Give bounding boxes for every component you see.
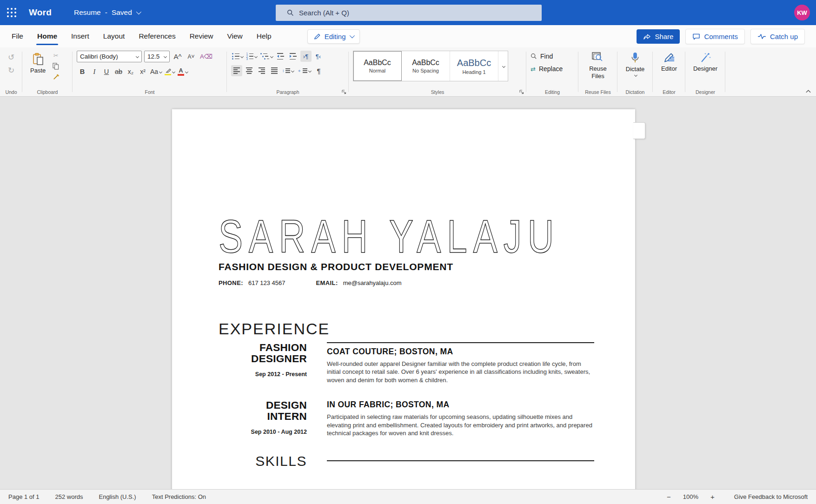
comments-button[interactable]: Comments bbox=[685, 29, 745, 44]
reuse-files-button[interactable]: Reuse Files bbox=[584, 51, 612, 81]
tab-view[interactable]: View bbox=[220, 25, 249, 47]
replace-button[interactable]: ⇄ Replace bbox=[531, 65, 563, 73]
strikethrough-button[interactable]: ab bbox=[113, 66, 124, 77]
contact-line: PHONE: 617 123 4567 EMAIL: me@sarahyalaj… bbox=[219, 279, 594, 286]
subscript-button[interactable]: x₂ bbox=[125, 66, 136, 77]
group-editor: Editor Editor bbox=[653, 47, 685, 96]
document-title-menu[interactable]: Resume - Saved bbox=[74, 8, 140, 17]
style-no-spacing[interactable]: AaBbCc No Spacing bbox=[402, 51, 450, 81]
experience-entry-1: FASHION DESIGNER Sep 2012 - Present COAT… bbox=[219, 342, 594, 384]
align-right-button[interactable] bbox=[256, 65, 267, 76]
search-icon bbox=[287, 9, 294, 16]
job-description: Well-rounded outer apparel Designer fami… bbox=[327, 360, 594, 384]
skills-heading: SKILLS bbox=[219, 453, 307, 470]
tab-references[interactable]: References bbox=[132, 25, 182, 47]
magic-wand-icon bbox=[699, 52, 711, 64]
numbered-list-button[interactable]: 1 2 3 bbox=[245, 51, 259, 62]
font-size-dropdown[interactable]: 12.5 bbox=[144, 51, 170, 62]
zoom-level[interactable]: 100% bbox=[683, 493, 698, 500]
font-name-dropdown[interactable]: Calibri (Body) bbox=[77, 51, 142, 62]
copy-icon[interactable] bbox=[50, 61, 61, 71]
group-font: Calibri (Body) 12.5 A^ A˅ A⌫ B I U ab x₂… bbox=[73, 47, 227, 96]
highlighter-icon bbox=[165, 68, 171, 76]
decrease-indent-button[interactable] bbox=[275, 51, 286, 62]
bold-button[interactable]: B bbox=[77, 66, 88, 77]
font-color-button[interactable]: A bbox=[177, 66, 189, 77]
chevron-down-icon bbox=[136, 9, 141, 14]
styles-gallery-expand-button[interactable] bbox=[498, 51, 508, 81]
group-label-designer: Designer bbox=[685, 89, 725, 95]
group-undo: ↺ ↻ Undo bbox=[0, 47, 22, 96]
language[interactable]: English (U.S.) bbox=[99, 493, 136, 500]
redo-icon[interactable]: ↻ bbox=[6, 65, 17, 76]
page-count[interactable]: Page 1 of 1 bbox=[8, 493, 40, 500]
align-center-icon bbox=[246, 67, 252, 74]
undo-icon[interactable]: ↺ bbox=[6, 52, 17, 63]
rtl-direction-button[interactable]: ¶‹ bbox=[313, 51, 324, 62]
format-painter-icon[interactable] bbox=[50, 72, 61, 81]
group-label-font: Font bbox=[73, 89, 227, 95]
zoom-out-button[interactable]: − bbox=[667, 493, 671, 501]
feedback-link[interactable]: Give Feedback to Microsoft bbox=[734, 493, 808, 500]
editing-label: Editing bbox=[325, 33, 346, 40]
tab-review[interactable]: Review bbox=[183, 25, 220, 47]
ltr-direction-button[interactable]: ›¶ bbox=[300, 51, 312, 62]
replace-icon: ⇄ bbox=[531, 66, 536, 73]
ribbon-tab-row: File Home Insert Layout References Revie… bbox=[0, 25, 816, 47]
email-value: me@sarahyalaju.com bbox=[343, 279, 402, 286]
tab-insert[interactable]: Insert bbox=[64, 25, 96, 47]
collapse-ribbon-icon[interactable] bbox=[805, 89, 811, 93]
text-predictions-toggle[interactable]: Text Predictions: On bbox=[152, 493, 206, 500]
line-spacing-button[interactable]: ↕ bbox=[281, 65, 295, 76]
numbered-list-icon: 1 2 3 bbox=[246, 53, 254, 60]
word-count[interactable]: 252 words bbox=[55, 493, 83, 500]
catch-up-button[interactable]: Catch up bbox=[750, 29, 805, 44]
paste-button[interactable]: Paste bbox=[27, 51, 49, 76]
avatar[interactable]: KW bbox=[794, 5, 810, 20]
zoom-in-button[interactable]: + bbox=[710, 493, 715, 501]
style-sample: AaBbCc bbox=[457, 58, 491, 68]
editing-mode-dropdown[interactable]: Editing bbox=[307, 29, 360, 44]
find-button[interactable]: Find bbox=[531, 53, 563, 60]
chevron-down-icon bbox=[159, 70, 162, 73]
clipboard-paste-icon bbox=[32, 53, 44, 66]
company-name: IN OUR FABRIC; BOSTON, MA bbox=[327, 400, 594, 410]
app-launcher-icon[interactable] bbox=[0, 0, 23, 25]
search-input[interactable]: Search (Alt + Q) bbox=[276, 5, 542, 21]
justify-button[interactable] bbox=[269, 65, 280, 76]
tab-help[interactable]: Help bbox=[250, 25, 279, 47]
text-highlight-button[interactable] bbox=[164, 66, 176, 77]
tab-home[interactable]: Home bbox=[30, 25, 64, 47]
clear-formatting-icon[interactable]: A⌫ bbox=[199, 51, 213, 62]
paragraph-spacing-button[interactable]: ＋ bbox=[296, 65, 312, 76]
italic-button[interactable]: I bbox=[89, 66, 100, 77]
style-name: No Spacing bbox=[412, 68, 439, 73]
shrink-font-icon[interactable]: A˅ bbox=[186, 51, 197, 62]
change-case-dropdown[interactable]: Aa bbox=[149, 66, 163, 77]
document-page[interactable]: SARAH YALAJU FASHION DESIGN & PRODUCT DE… bbox=[172, 109, 635, 489]
increase-indent-button[interactable] bbox=[288, 51, 299, 62]
show-paragraph-marks-button[interactable]: ¶ bbox=[313, 65, 325, 76]
collapsed-margin-tab[interactable] bbox=[633, 122, 645, 139]
grow-font-icon[interactable]: A^ bbox=[172, 51, 183, 62]
style-normal[interactable]: AaBbCc Normal bbox=[353, 51, 402, 81]
underline-button[interactable]: U bbox=[101, 66, 112, 77]
designer-button[interactable]: Designer bbox=[690, 51, 720, 73]
document-canvas[interactable]: SARAH YALAJU FASHION DESIGN & PRODUCT DE… bbox=[0, 97, 816, 489]
tab-file[interactable]: File bbox=[5, 25, 30, 47]
align-center-button[interactable] bbox=[244, 65, 255, 76]
skills-rule bbox=[327, 460, 594, 470]
tab-layout[interactable]: Layout bbox=[96, 25, 132, 47]
editor-button[interactable]: Editor bbox=[658, 51, 680, 73]
experience-entry-2: DESIGN INTERN Sep 2010 - Aug 2012 IN OUR… bbox=[219, 400, 594, 437]
dictate-button[interactable]: Dictate bbox=[623, 51, 647, 77]
group-reuse-files: Reuse Files Reuse Files bbox=[578, 47, 617, 96]
align-left-button[interactable] bbox=[231, 65, 242, 76]
multilevel-list-button[interactable] bbox=[259, 51, 274, 62]
bullet-list-button[interactable] bbox=[231, 51, 244, 62]
superscript-button[interactable]: x² bbox=[137, 66, 148, 77]
style-heading-1[interactable]: AaBbCc Heading 1 bbox=[450, 51, 498, 81]
share-icon bbox=[643, 33, 651, 40]
cut-icon[interactable]: ✂ bbox=[50, 51, 61, 60]
share-button[interactable]: Share bbox=[637, 29, 680, 44]
